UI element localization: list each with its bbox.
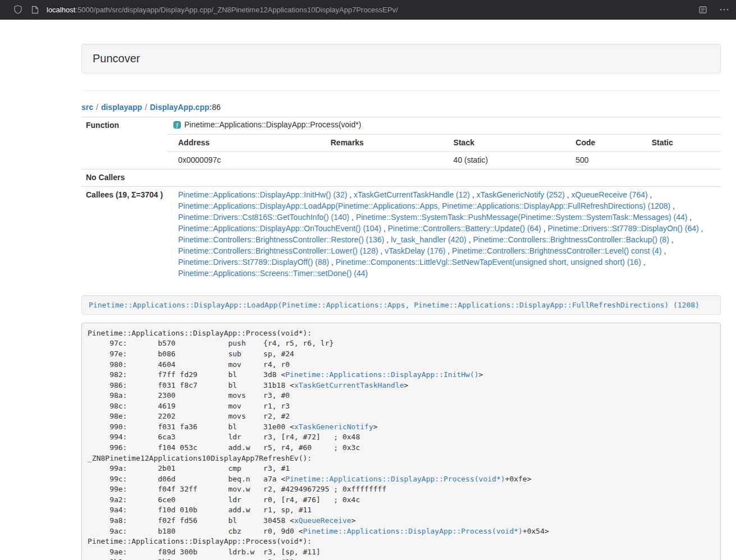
callee-link[interactable]: Pinetime::Drivers::St7789::DisplayOn() (… <box>548 224 699 233</box>
callee-link[interactable]: Pinetime::System::SystemTask::PushMessag… <box>356 213 688 222</box>
selected-callee-panel: Pinetime::Applications::DisplayApp::Load… <box>81 295 721 315</box>
breadcrumb-displayapp-link[interactable]: displayapp <box>101 103 142 112</box>
callee-separator: , <box>470 190 477 199</box>
callee-link[interactable]: Pinetime::Controllers::BrightnessControl… <box>473 235 669 244</box>
callee-separator: , <box>381 224 388 233</box>
breadcrumb-src-link[interactable]: src <box>81 103 93 112</box>
metrics-header-row: Address Remarks Stack Code Static <box>81 134 721 152</box>
callee-link[interactable]: Pinetime::Controllers::BrightnessControl… <box>178 246 378 255</box>
callee-separator: , <box>378 246 385 255</box>
callee-separator: , <box>565 190 572 199</box>
callee-link[interactable]: Pinetime::Applications::Screens::Timer::… <box>178 269 368 278</box>
url-host: localhost <box>47 6 75 14</box>
breadcrumb-separator: / <box>96 103 98 112</box>
no-callers-cell <box>167 169 721 186</box>
no-callers-label: No Callers <box>81 169 167 186</box>
metrics-values-row: 0x0000097c 40 (static) 500 <box>81 152 721 169</box>
reader-mode-icon[interactable] <box>699 6 707 13</box>
browser-toolbar: localhost:5000/path/src/displayapp/Displ… <box>0 0 736 20</box>
code-symbol-link[interactable]: Pinetime::Applications::DisplayApp::Proc… <box>285 475 505 483</box>
callees-list: Pinetime::Applications::DisplayApp::Init… <box>167 186 721 282</box>
page-actions-icon[interactable]: ⋯ <box>719 4 729 15</box>
callee-link[interactable]: vTaskDelay (176) <box>385 246 445 255</box>
value-remarks <box>320 152 443 169</box>
callee-separator: , <box>669 235 674 244</box>
breadcrumb-file-link[interactable]: DisplayApp.cpp: <box>150 103 212 112</box>
callee-separator: , <box>541 224 548 233</box>
callee-separator: , <box>648 190 652 199</box>
value-stack: 40 (static) <box>443 152 565 169</box>
callee-link[interactable]: Pinetime::Applications::DisplayApp::OnTo… <box>178 224 381 233</box>
column-header-static: Static <box>641 134 721 152</box>
function-name-cell: ƒ Pinetime::Applications::DisplayApp::Pr… <box>167 117 721 135</box>
code-symbol-link[interactable]: Pinetime::Applications::DisplayApp::Proc… <box>303 527 523 535</box>
function-row-label: Function <box>81 117 167 169</box>
no-callers-row: No Callers <box>81 169 721 186</box>
url-path: :5000/path/src/displayapp/DisplayApp.cpp… <box>75 6 398 14</box>
callee-separator: , <box>347 190 354 199</box>
code-symbol-link[interactable]: Pinetime::Applications::DisplayApp::Init… <box>285 370 478 379</box>
callee-separator: , <box>467 235 473 244</box>
callee-link[interactable]: Pinetime::Drivers::Cst816S::GetTouchInfo… <box>178 213 349 222</box>
value-code: 500 <box>565 152 641 169</box>
callee-separator: , <box>384 235 391 244</box>
code-symbol-link[interactable]: xTaskGetCurrentTaskHandle <box>294 381 404 389</box>
value-address: 0x0000097c <box>167 152 320 169</box>
breadcrumb-separator: / <box>145 103 147 112</box>
callee-link[interactable]: xQueueReceive (764) <box>572 190 648 199</box>
callee-separator: , <box>349 213 356 222</box>
callee-link[interactable]: Pinetime::Controllers::BrightnessControl… <box>452 246 661 255</box>
callee-separator: , <box>670 201 675 210</box>
callee-separator: , <box>329 258 336 267</box>
callee-link[interactable]: xTaskGenericNotify (252) <box>477 190 565 199</box>
callee-link[interactable]: Pinetime::Controllers::BrightnessControl… <box>178 235 384 244</box>
url-bar[interactable]: localhost:5000/path/src/displayapp/Displ… <box>47 6 699 14</box>
function-row: Function ƒ Pinetime::Applications::Displ… <box>81 117 721 135</box>
breadcrumb-line-number: 86 <box>212 103 221 112</box>
callee-link[interactable]: Pinetime::Drivers::St7789::DisplayOff() … <box>178 258 329 267</box>
assembly-code: Pinetime::Applications::DisplayApp::Proc… <box>81 323 721 560</box>
page-info-icon[interactable] <box>31 6 39 14</box>
column-header-code: Code <box>565 134 641 152</box>
breadcrumb: src/displayapp/DisplayApp.cpp:86 <box>81 103 721 112</box>
callee-separator: , <box>699 224 703 233</box>
callees-row: Callees (19, Σ=3704 ) Pinetime::Applicat… <box>81 186 721 282</box>
callee-separator: , <box>445 246 452 255</box>
app-title-panel: Puncover <box>81 44 721 74</box>
function-icon: ƒ <box>173 121 181 132</box>
symbol-table: Function ƒ Pinetime::Applications::Displ… <box>81 117 721 282</box>
callee-link[interactable]: Pinetime::Applications::DisplayApp::Init… <box>178 190 347 199</box>
code-symbol-link[interactable]: xTaskGenericNotify <box>294 423 373 431</box>
column-header-remarks: Remarks <box>320 134 443 152</box>
tracking-protection-shield-icon[interactable] <box>13 5 22 15</box>
callee-link[interactable]: xTaskGetCurrentTaskHandle (12) <box>354 190 470 199</box>
callee-link[interactable]: Pinetime::Applications::DisplayApp::Load… <box>178 201 670 210</box>
callee-separator: , <box>662 246 666 255</box>
main-content: Puncover src/displayapp/DisplayApp.cpp:8… <box>81 44 721 560</box>
function-name: Pinetime::Applications::DisplayApp::Proc… <box>184 120 361 129</box>
callee-link[interactable]: lv_task_handler (420) <box>391 235 467 244</box>
callee-link[interactable]: Pinetime::Controllers::Battery::Update()… <box>388 224 541 233</box>
callee-separator: , <box>641 258 646 267</box>
column-header-stack: Stack <box>443 134 565 152</box>
column-header-address: Address <box>167 134 320 152</box>
selected-callee-link[interactable]: Pinetime::Applications::DisplayApp::Load… <box>89 301 700 309</box>
callee-link[interactable]: Pinetime::Components::LittleVgl::SetNewT… <box>336 258 641 267</box>
value-static <box>641 152 721 169</box>
app-title: Puncover <box>93 52 140 65</box>
code-symbol-link[interactable]: xQueueReceive <box>294 516 351 525</box>
divider <box>81 90 721 91</box>
callees-label: Callees (19, Σ=3704 ) <box>81 186 167 282</box>
callee-separator: , <box>687 213 692 222</box>
